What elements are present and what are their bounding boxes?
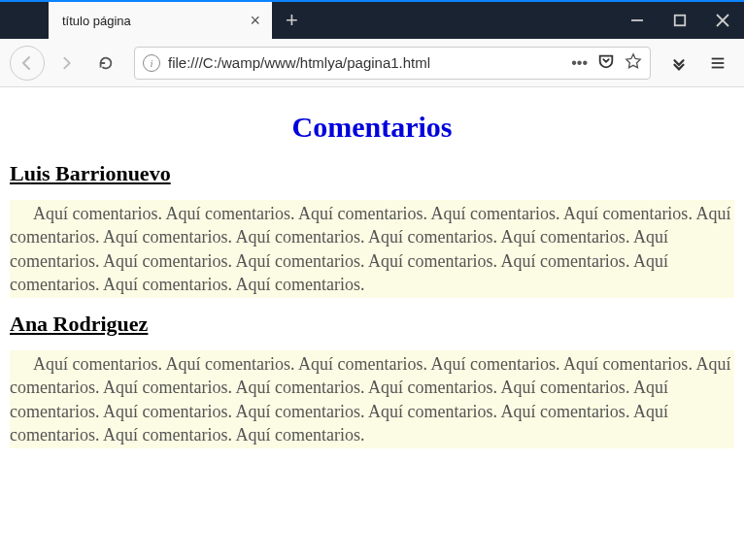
site-info-icon[interactable]: i: [143, 54, 160, 72]
menu-button[interactable]: [701, 47, 734, 80]
window-titlebar: título página × +: [0, 0, 744, 39]
browser-tab[interactable]: título página ×: [49, 2, 272, 39]
browser-toolbar: i •••: [0, 39, 744, 87]
overflow-button[interactable]: [662, 47, 695, 80]
author-heading: Ana Rodriguez: [10, 312, 734, 337]
comment-paragraph: Aquí comentarios. Aquí comentarios. Aquí…: [10, 350, 734, 448]
window-controls: [616, 2, 744, 39]
close-window-button[interactable]: [701, 2, 744, 39]
back-button[interactable]: [10, 46, 45, 81]
tab-title: título página: [62, 14, 238, 28]
tab-close-icon[interactable]: ×: [248, 10, 262, 31]
bookmark-star-icon[interactable]: [625, 52, 642, 74]
pocket-icon[interactable]: [597, 52, 615, 74]
author-heading: Luis Barrionuevo: [10, 161, 734, 186]
page-content: Comentarios Luis Barrionuevo Aquí coment…: [0, 87, 744, 560]
address-bar[interactable]: i •••: [134, 47, 651, 80]
maximize-button[interactable]: [659, 2, 701, 39]
url-actions: •••: [571, 52, 642, 74]
page-actions-icon[interactable]: •••: [571, 54, 588, 72]
forward-button[interactable]: [51, 47, 84, 80]
reload-button[interactable]: [89, 47, 122, 80]
new-tab-button[interactable]: +: [272, 2, 312, 39]
svg-rect-1: [675, 16, 686, 26]
page-heading: Comentarios: [10, 111, 734, 144]
comment-paragraph: Aquí comentarios. Aquí comentarios. Aquí…: [10, 200, 734, 298]
url-input[interactable]: [168, 54, 563, 71]
minimize-button[interactable]: [616, 2, 659, 39]
